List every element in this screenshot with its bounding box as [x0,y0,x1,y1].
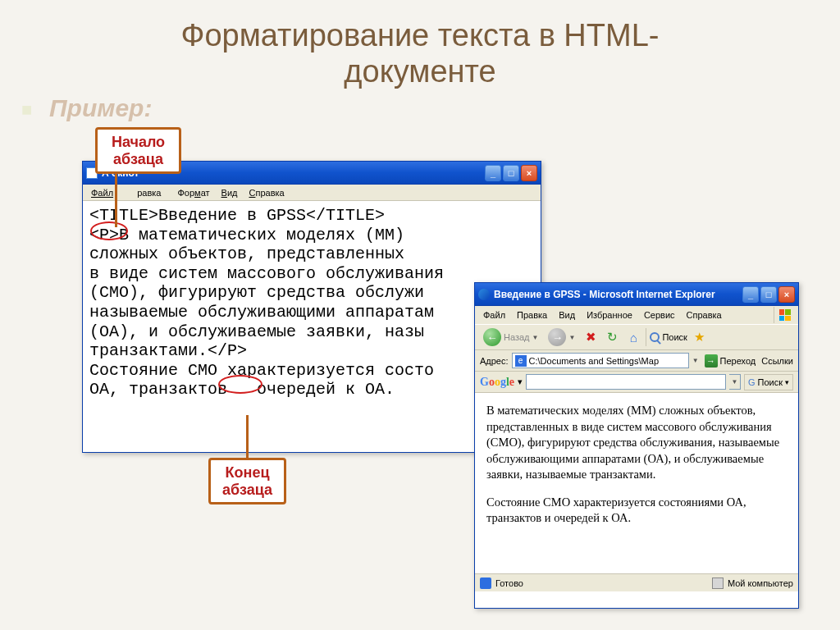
google-search-button[interactable]: G Поиск ▾ [744,374,793,390]
ie-window: Введение в GPSS - Microsoft Internet Exp… [474,282,799,609]
google-toolbar: Google ▾ ▼ G Поиск ▾ [475,372,798,393]
windows-flag-icon [774,307,795,323]
favorites-button[interactable]: ★ [691,328,709,346]
titlebar[interactable]: Введение в GPSS - Microsoft Internet Exp… [475,283,798,306]
status-bar: Готово Мой компьютер [475,573,798,591]
forward-button[interactable]: → ▼ [545,326,578,348]
close-button[interactable]: × [778,286,795,303]
address-input[interactable]: e C:\Documents and Settings\Мар [512,353,689,368]
highlight-oval-close-tag [218,375,262,394]
example-label: Пример: [49,94,152,122]
stop-button[interactable]: ✖ [582,328,600,346]
paragraph-2: Состояние СМО характеризуется состояниям… [486,495,787,527]
address-bar: Адрес: e C:\Documents and Settings\Мар ▼… [475,350,798,372]
minimize-button[interactable]: _ [742,286,759,303]
ie-page-content: В математических моделях (ММ) сложных об… [475,393,798,573]
menu-tools[interactable]: Сервис [639,308,680,322]
title-line-2: документе [344,54,495,89]
menu-view[interactable]: Вид [554,308,580,322]
maximize-button[interactable]: □ [760,286,777,303]
google-search-dropdown[interactable]: ▼ [729,374,741,390]
paragraph-1: В математических моделях (ММ) сложных об… [486,403,787,483]
home-button[interactable]: ⌂ [624,328,642,346]
callout-begin-paragraph: Начало абзаца [95,127,181,174]
menu-file[interactable]: Файл [86,186,118,199]
address-dropdown[interactable]: ▼ [692,357,699,364]
notepad-text-area[interactable]: <TITLE>Введение в GPSS</TITLE> <P>В мате… [83,201,541,404]
menu-edit[interactable]: равка [120,186,171,199]
menu-file[interactable]: Файл [478,308,510,322]
highlight-oval-open-tag [90,221,128,240]
ie-icon [478,289,490,300]
minimize-button[interactable]: _ [485,165,501,181]
menu-favorites[interactable]: Избранное [582,308,637,322]
computer-icon [712,578,724,589]
ie-menubar: Файл Правка Вид Избранное Сервис Справка [475,306,798,324]
callout-end-paragraph: Конец абзаца [208,458,286,504]
links-label[interactable]: Ссылки [761,356,793,366]
callout-pointer-top [115,173,117,227]
status-icon [480,578,491,589]
zone-text: Мой компьютер [728,578,793,588]
menu-help[interactable]: Справка [682,308,727,322]
window-title: Введение в GPSS - Microsoft Internet Exp… [494,289,742,300]
menu-view[interactable]: Вид [217,186,243,199]
google-search-input[interactable] [526,374,726,390]
menubar: Файл равка Формат Вид Справка [83,185,541,201]
google-logo[interactable]: Google [480,376,514,389]
search-button[interactable]: Поиск [650,332,687,342]
notepad-window: А окнот _ □ × Файл равка Формат Вид Спра… [82,161,541,453]
page-icon: e [515,355,527,367]
title-line-1: Форматирование текста в HTML- [181,18,660,52]
refresh-button[interactable]: ↻ [603,328,621,346]
slide-title: Форматирование текста в HTML- документе [0,0,840,89]
callout-pointer-bottom [246,415,249,458]
status-text: Готово [495,578,523,588]
search-icon [650,332,660,342]
close-button[interactable]: × [521,165,537,181]
menu-format[interactable]: Формат [172,186,214,199]
back-button[interactable]: ← Назад ▼ [480,326,541,348]
ie-toolbar: ← Назад ▼ → ▼ ✖ ↻ ⌂ Поиск ★ [475,324,798,350]
menu-edit[interactable]: Правка [512,308,552,322]
maximize-button[interactable]: □ [503,165,519,181]
go-button[interactable]: → Переход [702,354,759,368]
menu-help[interactable]: Справка [244,186,290,199]
address-label: Адрес: [480,356,509,366]
